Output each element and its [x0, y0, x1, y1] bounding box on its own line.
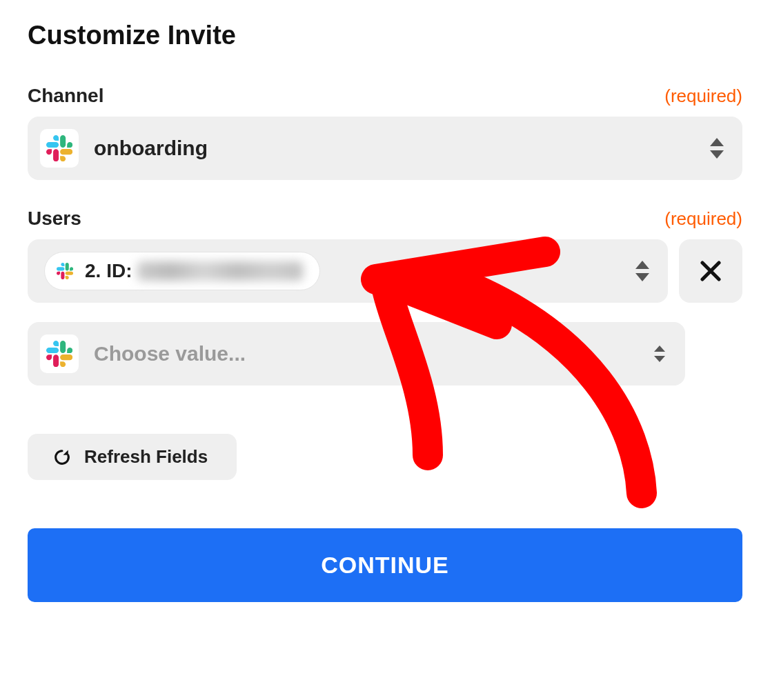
channel-selected-value: onboarding — [94, 137, 701, 160]
users-entry-pill: 2. ID: — [44, 252, 320, 290]
remove-user-button[interactable] — [679, 239, 742, 303]
slack-icon — [52, 258, 78, 284]
users-entry-prefix: 2. ID: — [85, 260, 132, 282]
sort-icon — [709, 138, 724, 159]
users-entry-redacted-id — [137, 261, 303, 281]
channel-required-tag: (required) — [664, 86, 742, 107]
users-required-tag: (required) — [664, 208, 742, 230]
users-field-group: Users (required) 2. ID: Choose — [28, 208, 742, 386]
refresh-icon — [52, 448, 72, 467]
close-icon — [698, 259, 723, 283]
slack-icon — [40, 129, 79, 168]
continue-button[interactable]: CONTINUE — [28, 528, 742, 602]
section-title: Customize Invite — [28, 21, 742, 50]
refresh-fields-label: Refresh Fields — [84, 446, 208, 468]
sort-icon — [635, 261, 650, 281]
channel-label: Channel — [28, 85, 103, 107]
channel-field-group: Channel (required) onboarding — [28, 85, 742, 180]
users-add-placeholder: Choose value... — [94, 342, 644, 366]
sort-icon — [652, 346, 667, 362]
channel-select[interactable]: onboarding — [28, 117, 742, 180]
slack-icon — [40, 334, 79, 373]
users-add-select[interactable]: Choose value... — [28, 322, 685, 386]
refresh-fields-button[interactable]: Refresh Fields — [28, 434, 237, 480]
users-entry-select[interactable]: 2. ID: — [28, 239, 668, 303]
users-label: Users — [28, 208, 81, 230]
